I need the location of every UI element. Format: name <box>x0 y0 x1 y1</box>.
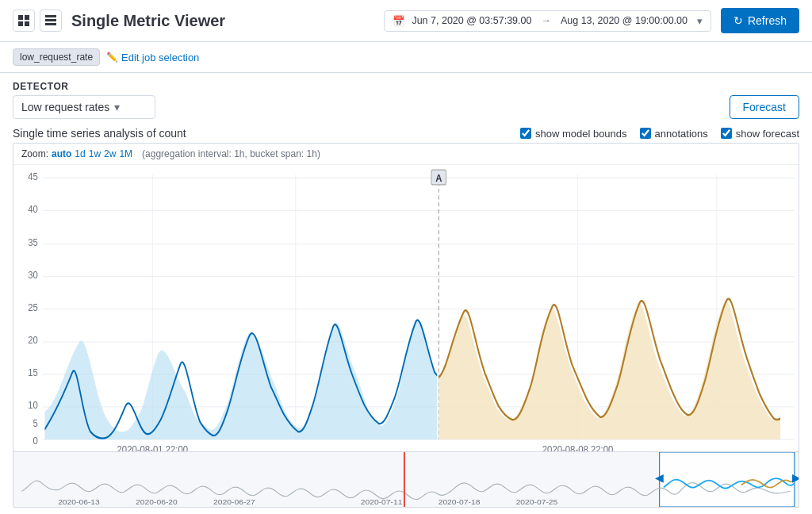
svg-text:2020-06-13: 2020-06-13 <box>58 497 100 506</box>
date-end: Aug 13, 2020 @ 19:00:00.00 <box>561 15 688 26</box>
annotations-input[interactable] <box>640 128 651 139</box>
svg-text:25: 25 <box>28 301 38 313</box>
svg-text:0: 0 <box>33 435 38 447</box>
calendar-icon: 📅 <box>393 15 405 27</box>
refresh-button[interactable]: ↻ Refresh <box>721 8 799 33</box>
detector-chevron-icon: ▾ <box>114 101 120 113</box>
refresh-icon: ↻ <box>733 14 743 27</box>
svg-text:10: 10 <box>28 399 38 411</box>
header: Single Metric Viewer 📅 Jun 7, 2020 @ 03:… <box>0 0 812 42</box>
page-title: Single Metric Viewer <box>71 12 374 30</box>
zoom-1m[interactable]: 1M <box>119 148 132 159</box>
svg-rect-0 <box>18 15 23 20</box>
svg-rect-2 <box>18 21 23 26</box>
svg-rect-4 <box>45 15 56 17</box>
pencil-icon: ✏️ <box>106 52 118 63</box>
zoom-1d[interactable]: 1d <box>75 148 85 159</box>
table-icon[interactable] <box>40 10 62 32</box>
chart-area: Zoom: auto 1d 1w 2w 1M (aggregation inte… <box>13 143 799 508</box>
job-tag: low_request_rate <box>13 48 100 66</box>
svg-text:35: 35 <box>28 236 38 248</box>
chevron-down-icon: ▾ <box>697 15 703 27</box>
zoom-label: Zoom: <box>21 148 48 159</box>
chart-controls-row: Single time series analysis of count sho… <box>0 122 812 143</box>
svg-text:◀: ◀ <box>655 472 664 485</box>
svg-text:2020-07-11: 2020-07-11 <box>361 497 403 506</box>
detector-select[interactable]: Low request rates ▾ <box>13 95 155 119</box>
svg-text:45: 45 <box>28 171 38 182</box>
app-container: Single Metric Viewer 📅 Jun 7, 2020 @ 03:… <box>0 0 812 514</box>
zoom-auto[interactable]: auto <box>52 148 71 159</box>
show-forecast-checkbox[interactable]: show forecast <box>721 128 799 140</box>
detector-select-row: Low request rates ▾ Forecast <box>13 95 799 119</box>
detector-section: Detector Low request rates ▾ Forecast <box>0 73 812 122</box>
chart-container: Zoom: auto 1d 1w 2w 1M (aggregation inte… <box>0 143 812 514</box>
chart-title: Single time series analysis of count <box>13 127 186 140</box>
svg-rect-6 <box>45 23 56 25</box>
svg-text:20: 20 <box>28 334 38 346</box>
zoom-1w[interactable]: 1w <box>89 148 101 159</box>
refresh-label: Refresh <box>748 14 787 27</box>
svg-text:2020-08-08 22:00: 2020-08-08 22:00 <box>542 444 613 451</box>
svg-text:5: 5 <box>33 417 38 429</box>
zoom-links: auto 1d 1w 2w 1M <box>52 148 132 159</box>
svg-rect-1 <box>25 15 29 20</box>
date-arrow: → <box>538 15 554 26</box>
svg-rect-5 <box>45 19 56 21</box>
agg-info: (aggregation interval: 1h, bucket span: … <box>142 148 320 159</box>
detector-label: Detector <box>13 81 799 92</box>
svg-text:2020-06-20: 2020-06-20 <box>136 497 178 506</box>
model-bounds-input[interactable] <box>520 128 531 139</box>
model-bounds-label: show model bounds <box>535 128 627 140</box>
svg-text:2020-06-27: 2020-06-27 <box>213 497 255 506</box>
svg-text:A: A <box>435 172 442 184</box>
mini-chart[interactable]: ◀ ▶ 2020-06-13 2020-06-20 2020-06-27 202… <box>13 451 799 507</box>
zoom-2w[interactable]: 2w <box>104 148 116 159</box>
show-model-bounds-checkbox[interactable]: show model bounds <box>520 128 627 140</box>
grid-icon[interactable] <box>13 10 35 32</box>
svg-text:▶: ▶ <box>792 472 799 485</box>
forecast-input[interactable] <box>721 128 732 139</box>
header-icons <box>13 10 62 32</box>
forecast-label: show forecast <box>736 128 799 140</box>
date-range-picker[interactable]: 📅 Jun 7, 2020 @ 03:57:39.00 → Aug 13, 20… <box>384 10 711 32</box>
chart-checkboxes: show model bounds annotations show forec… <box>520 128 799 140</box>
edit-job-label: Edit job selection <box>121 52 199 63</box>
svg-text:2020-07-25: 2020-07-25 <box>516 497 558 506</box>
chart-zoom-row: Zoom: auto 1d 1w 2w 1M (aggregation inte… <box>13 144 799 165</box>
svg-rect-3 <box>25 21 29 26</box>
svg-text:2020-08-01 22:00: 2020-08-01 22:00 <box>117 444 188 451</box>
annotations-checkbox[interactable]: annotations <box>640 128 708 140</box>
svg-text:2020-07-18: 2020-07-18 <box>439 497 481 506</box>
forecast-button[interactable]: Forecast <box>730 95 799 119</box>
date-start: Jun 7, 2020 @ 03:57:39.00 <box>412 15 531 26</box>
svg-text:15: 15 <box>28 366 38 378</box>
svg-text:40: 40 <box>28 203 38 215</box>
annotations-label: annotations <box>655 128 708 140</box>
svg-text:30: 30 <box>28 269 38 281</box>
edit-job-button[interactable]: ✏️ Edit job selection <box>106 52 199 63</box>
detector-selected-value: Low request rates <box>21 101 109 113</box>
toolbar: low_request_rate ✏️ Edit job selection <box>0 42 812 73</box>
main-chart[interactable]: 45 40 35 30 25 20 15 10 5 0 <box>13 165 799 451</box>
